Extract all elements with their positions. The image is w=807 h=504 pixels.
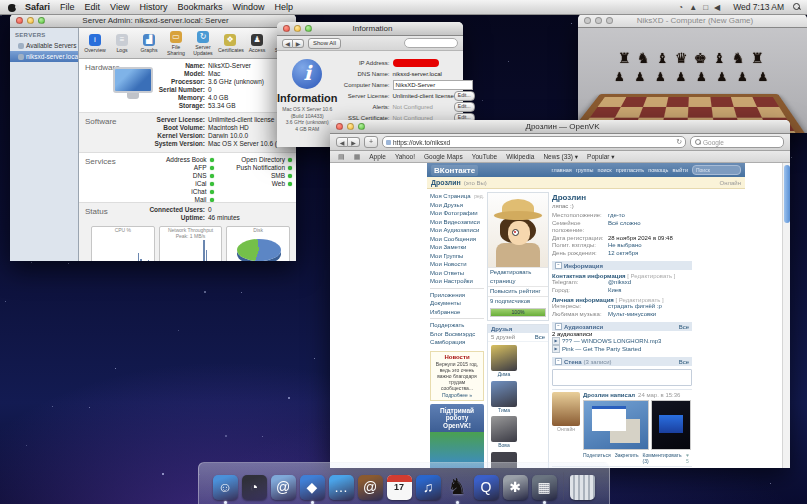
browser-titlebar[interactable]: Дрозлин — OpenVK — [330, 120, 790, 134]
profile-action-повысить-рейтинг[interactable]: Повысить рейтинг — [488, 286, 548, 296]
friend-item[interactable]: Дима — [491, 345, 517, 378]
menu-clock[interactable]: Wed 7:13 AM — [733, 2, 784, 12]
vk-sidebar-мои-группы[interactable]: Мои Группы — [430, 252, 484, 261]
close-button[interactable] — [336, 123, 343, 130]
chess-pawn[interactable]: ♟ — [758, 70, 769, 84]
donate-banner[interactable]: Підтримай роботу OpenVK! — [430, 404, 484, 433]
close-button[interactable] — [584, 17, 591, 24]
displays-icon[interactable]: □ — [703, 3, 708, 12]
browser-window-controls[interactable] — [336, 123, 365, 130]
bookmark-google-maps[interactable]: Google Maps — [424, 153, 463, 160]
friend-item[interactable]: Вова — [491, 416, 517, 449]
post-action-закрепить[interactable]: Закрепить — [615, 452, 639, 464]
info-value[interactable]: где-то — [608, 212, 625, 220]
vk-sidebar-мои-видеозаписи[interactable]: Мои Видеозаписи — [430, 218, 484, 227]
info-value[interactable]: страдать фигнёй :p — [608, 303, 662, 311]
dock-trash-icon[interactable] — [570, 475, 595, 500]
dock-mail-icon[interactable]: @ — [271, 475, 296, 500]
time-machine-icon[interactable]: ◔ — [678, 3, 683, 12]
friend-name[interactable]: Тима — [491, 408, 517, 414]
friend-name[interactable]: Вова — [491, 443, 517, 449]
friends-all-link[interactable]: Все — [535, 334, 545, 340]
vk-sidebar-избранное[interactable]: Избранное — [430, 308, 484, 317]
menu-view[interactable]: View — [110, 2, 129, 12]
vk-sidebar-мои-сообщения[interactable]: Мои Сообщения — [430, 235, 484, 244]
play-icon[interactable]: ▶ — [552, 337, 560, 345]
edit-button[interactable]: Edit... — [454, 91, 475, 101]
vk-sidebar-мои-ответы[interactable]: Мои Ответы — [430, 269, 484, 278]
url-text[interactable]: https://ovk.to/niksxd — [393, 139, 450, 146]
track-title[interactable]: Pink — Get The Party Started — [562, 345, 641, 353]
profile-avatar[interactable]: Редактировать страницуПовысить рейтинг 9… — [487, 192, 549, 321]
server-admin-window-controls[interactable] — [16, 17, 45, 24]
chess-piece[interactable]: ♞ — [637, 50, 650, 66]
chess-piece[interactable]: ♜ — [751, 50, 764, 66]
server-list-sidebar[interactable]: SERVERS Available Servers (0)niksxd-serv… — [10, 28, 79, 261]
toolbar-graphs-button[interactable]: ▟Graphs — [137, 34, 161, 53]
bookmark-yahoo[interactable]: Yahoo! — [395, 153, 415, 160]
vk-sidebar-мои-настройки[interactable]: Мои Настройки — [430, 277, 484, 286]
wall-section-header[interactable]: − Стена (3 записи) Все — [552, 357, 692, 366]
play-icon[interactable]: ▶ — [552, 345, 560, 353]
audios-all-link[interactable]: Все — [679, 324, 689, 330]
servers-group-label[interactable]: SERVERS — [10, 28, 78, 40]
wall-post-input[interactable] — [552, 369, 692, 386]
toolbar-file-sharing-button[interactable]: ▭File Sharing — [164, 31, 188, 56]
close-button[interactable] — [16, 17, 23, 24]
dock-quicktime-icon[interactable]: Q — [474, 475, 499, 500]
vk-nav-помощь[interactable]: помощь — [648, 167, 668, 173]
zoom-button[interactable] — [38, 17, 45, 24]
vk-sidebar-мои-новости[interactable]: Мои Новости — [430, 260, 484, 269]
vk-sidebar-поддержать[interactable]: Поддержать — [430, 321, 484, 330]
bookmark-youtube[interactable]: YouTube — [472, 153, 498, 160]
chess-window-controls[interactable] — [584, 17, 613, 24]
post-author-avatar[interactable] — [552, 392, 580, 426]
dock-dashboard-icon[interactable]: ◔ — [242, 475, 267, 500]
bookmark-wikipedia[interactable]: Wikipedia — [506, 153, 534, 160]
info-value[interactable]: Всё сложно — [608, 220, 641, 235]
chess-pawn[interactable]: ♟ — [614, 70, 625, 84]
audios-section-header[interactable]: − Аудиозаписи Все — [552, 322, 692, 331]
info-value[interactable]: Не выбрано — [608, 242, 642, 250]
minimize-button[interactable] — [595, 17, 602, 24]
profile-status[interactable]: ляпас :) — [552, 203, 692, 209]
attached-photo[interactable] — [651, 400, 691, 450]
forward-button[interactable]: ▶ — [348, 137, 360, 147]
collapse-icon[interactable]: − — [555, 358, 562, 365]
menu-bookmarks[interactable]: Bookmarks — [177, 2, 222, 12]
vk-nav-пригласить[interactable]: пригласить — [616, 167, 644, 173]
vk-nav-поиск[interactable]: поиск — [597, 167, 611, 173]
dock-address-book-icon[interactable]: @ — [358, 475, 383, 500]
dock-safari-icon[interactable]: ◆ — [300, 475, 325, 500]
chess-piece[interactable]: ♚ — [694, 50, 707, 66]
friend-avatar[interactable] — [491, 345, 517, 371]
vk-sidebar-мои-аудиозаписи[interactable]: Мои Аудиозаписи — [430, 226, 484, 235]
friend-avatar[interactable] — [491, 416, 517, 442]
chess-piece[interactable]: ♝ — [656, 50, 669, 66]
back-forward-buttons[interactable]: ◀▶ — [282, 39, 304, 48]
spotlight-icon[interactable] — [793, 3, 801, 11]
friends-title[interactable]: Друзья — [491, 326, 512, 332]
input-menu-icon[interactable]: ▲ — [689, 3, 697, 12]
dock-ichat-icon[interactable]: … — [329, 475, 354, 500]
menu-window[interactable]: Window — [232, 2, 264, 12]
toolbar-certificates-button[interactable]: ❖Certificates — [218, 34, 242, 53]
post-action-комментировать-3-[interactable]: Комментировать (3) — [643, 452, 682, 464]
vk-sidebar-мои-фотографии[interactable]: Мои Фотографии — [430, 209, 484, 218]
vk-logo[interactable]: ВКонтакте — [431, 165, 478, 176]
dock-finder-icon[interactable]: ☺ — [213, 475, 238, 500]
profile-action-редактировать-страницу[interactable]: Редактировать страницу — [488, 267, 548, 286]
dock-itunes-icon[interactable]: ♫ — [416, 475, 441, 500]
server-admin-window[interactable]: Server Admin: niksxd-server.local: Serve… — [10, 14, 296, 260]
server-admin-titlebar[interactable]: Server Admin: niksxd-server.local: Serve… — [10, 14, 296, 28]
menu-help[interactable]: Help — [274, 2, 293, 12]
like-count[interactable]: ♥ 5 — [686, 452, 692, 464]
toolbar-logs-button[interactable]: ≡Logs — [110, 34, 134, 53]
sidebar-item-niksxd-server-local[interactable]: niksxd-server.local — [10, 51, 78, 62]
vk-sidebar-самборация[interactable]: Самборация — [430, 338, 484, 347]
chess-pawn[interactable]: ♟ — [696, 70, 707, 84]
zoom-button[interactable] — [305, 25, 312, 32]
info-value[interactable]: Мульт-минусовки — [608, 311, 656, 319]
address-bar[interactable]: https://ovk.to/niksxd ↻ — [382, 136, 686, 148]
dock-system-preferences-icon[interactable]: ✱ — [503, 475, 528, 500]
